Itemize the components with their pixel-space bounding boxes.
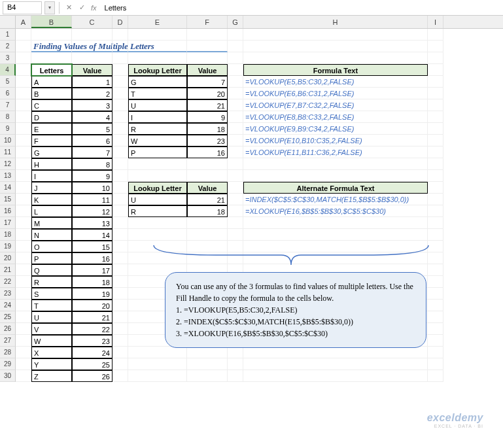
empty-cell[interactable]	[16, 358, 31, 370]
empty-cell[interactable]	[428, 88, 443, 99]
lookup-cell-letter[interactable]: G	[128, 76, 187, 88]
table-cell-value[interactable]: 9	[72, 170, 113, 182]
empty-cell[interactable]	[113, 99, 128, 111]
row-header-26[interactable]: 26	[0, 323, 16, 335]
table-cell-value[interactable]: 15	[72, 241, 113, 252]
row-header-13[interactable]: 13	[0, 170, 16, 182]
empty-cell[interactable]	[72, 52, 113, 64]
active-cell-header-letters[interactable]: Letters	[31, 64, 72, 76]
empty-cell[interactable]	[113, 205, 128, 217]
empty-cell[interactable]	[428, 135, 443, 146]
row-header-28[interactable]: 28	[0, 347, 16, 358]
empty-cell[interactable]	[16, 194, 31, 205]
empty-cell[interactable]	[228, 217, 243, 229]
header-lookup-value[interactable]: Value	[187, 64, 228, 76]
table-cell-letter[interactable]: C	[31, 99, 72, 111]
empty-cell[interactable]	[16, 29, 31, 41]
empty-cell[interactable]	[428, 288, 443, 300]
empty-cell[interactable]	[428, 370, 443, 382]
empty-cell[interactable]	[228, 64, 243, 76]
empty-cell[interactable]	[243, 29, 428, 41]
table-cell-value[interactable]: 26	[72, 370, 113, 382]
table-cell-letter[interactable]: L	[31, 205, 72, 217]
table-cell-value[interactable]: 20	[72, 300, 113, 311]
empty-cell[interactable]	[187, 170, 228, 182]
empty-cell[interactable]	[228, 358, 243, 370]
row-header-29[interactable]: 29	[0, 358, 16, 370]
empty-cell[interactable]	[428, 170, 443, 182]
table-cell-letter[interactable]: A	[31, 76, 72, 88]
empty-cell[interactable]	[128, 229, 187, 241]
empty-cell[interactable]	[428, 52, 443, 64]
empty-cell[interactable]	[187, 41, 228, 52]
empty-cell[interactable]	[16, 158, 31, 170]
empty-cell[interactable]	[243, 52, 428, 64]
name-box-dropdown-icon[interactable]: ▾	[44, 1, 55, 14]
table-cell-letter[interactable]: G	[31, 146, 72, 158]
empty-cell[interactable]	[128, 158, 187, 170]
empty-cell[interactable]	[16, 76, 31, 88]
header-value[interactable]: Value	[72, 64, 113, 76]
row-header-14[interactable]: 14	[0, 182, 16, 194]
empty-cell[interactable]	[113, 264, 128, 276]
lookup-cell-letter[interactable]: I	[128, 111, 187, 123]
row-header-5[interactable]: 5	[0, 76, 16, 88]
formula-text-cell[interactable]: =VLOOKUP(E7,B7:C32,2,FALSE)	[243, 99, 428, 111]
empty-cell[interactable]	[228, 135, 243, 146]
empty-cell[interactable]	[16, 52, 31, 64]
empty-cell[interactable]	[113, 323, 128, 335]
empty-cell[interactable]	[16, 123, 31, 135]
empty-cell[interactable]	[113, 76, 128, 88]
formula-input[interactable]	[101, 1, 500, 14]
empty-cell[interactable]	[187, 358, 228, 370]
page-title[interactable]: Finding Values of Multiple Letters	[31, 41, 72, 52]
table-cell-value[interactable]: 12	[72, 205, 113, 217]
table-cell-letter[interactable]: N	[31, 229, 72, 241]
empty-cell[interactable]	[16, 99, 31, 111]
select-all-corner[interactable]	[0, 16, 16, 28]
alt-formula-text-cell[interactable]: =XLOOKUP(E16,$B$5:$B$30,$C$5:$C$30)	[243, 205, 428, 217]
lookup-cell-value[interactable]: 21	[187, 99, 228, 111]
empty-cell[interactable]	[16, 111, 31, 123]
lookup-cell-value[interactable]: 23	[187, 135, 228, 146]
empty-cell[interactable]	[113, 241, 128, 252]
row-header-8[interactable]: 8	[0, 111, 16, 123]
table-cell-value[interactable]: 19	[72, 288, 113, 300]
empty-cell[interactable]	[187, 158, 228, 170]
col-header-A[interactable]: A	[16, 16, 31, 28]
empty-cell[interactable]	[228, 52, 243, 64]
empty-cell[interactable]	[16, 64, 31, 76]
row-header-11[interactable]: 11	[0, 146, 16, 158]
empty-cell[interactable]	[428, 182, 443, 194]
table-cell-value[interactable]: 22	[72, 323, 113, 335]
row-header-18[interactable]: 18	[0, 229, 16, 241]
row-header-10[interactable]: 10	[0, 135, 16, 146]
empty-cell[interactable]	[128, 370, 187, 382]
empty-cell[interactable]	[113, 123, 128, 135]
table-cell-value[interactable]: 10	[72, 182, 113, 194]
table-cell-value[interactable]: 4	[72, 111, 113, 123]
empty-cell[interactable]	[228, 229, 243, 241]
empty-cell[interactable]	[16, 241, 31, 252]
empty-cell[interactable]	[228, 99, 243, 111]
row-header-17[interactable]: 17	[0, 217, 16, 229]
empty-cell[interactable]	[31, 29, 72, 41]
empty-cell[interactable]	[243, 217, 428, 229]
empty-cell[interactable]	[428, 205, 443, 217]
col-header-E[interactable]: E	[128, 16, 187, 28]
row-header-2[interactable]: 2	[0, 41, 16, 52]
empty-cell[interactable]	[228, 29, 243, 41]
header-formula-text[interactable]: Formula Text	[243, 64, 428, 76]
empty-cell[interactable]	[428, 76, 443, 88]
col-header-B[interactable]: B	[31, 16, 72, 28]
empty-cell[interactable]	[428, 123, 443, 135]
row-header-1[interactable]: 1	[0, 29, 16, 41]
empty-cell[interactable]	[113, 370, 128, 382]
empty-cell[interactable]	[128, 347, 187, 358]
empty-cell[interactable]	[16, 335, 31, 347]
row-header-4[interactable]: 4	[0, 64, 16, 76]
empty-cell[interactable]	[243, 41, 428, 52]
col-header-D[interactable]: D	[113, 16, 128, 28]
table-cell-value[interactable]: 13	[72, 217, 113, 229]
empty-cell[interactable]	[243, 347, 428, 358]
